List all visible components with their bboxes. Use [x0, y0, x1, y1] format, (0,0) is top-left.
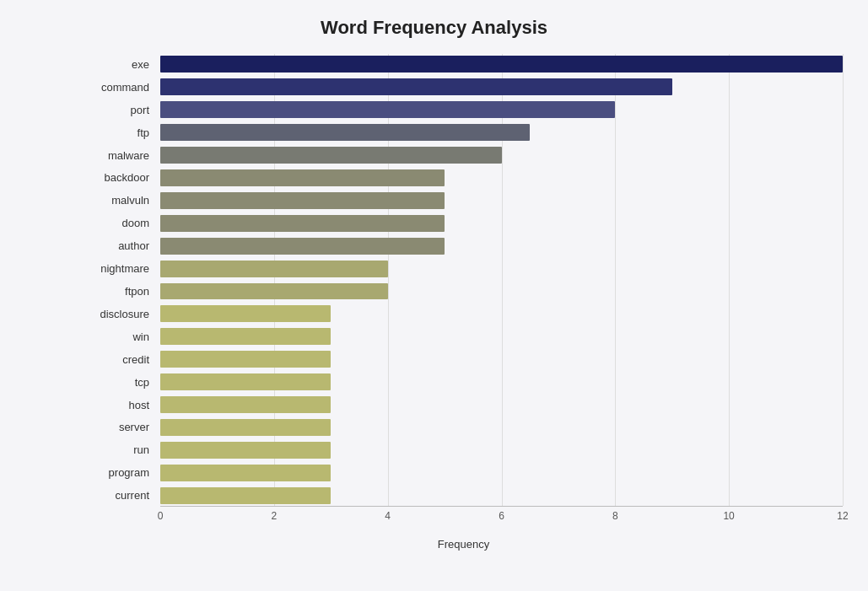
bar-row	[160, 168, 843, 189]
bar-label: doom	[84, 212, 156, 234]
bar-row	[160, 485, 843, 506]
bar-label: malware	[84, 145, 156, 166]
bar	[160, 169, 445, 186]
bar-row	[160, 349, 843, 370]
bar-row	[160, 99, 843, 121]
bar-row	[160, 122, 843, 143]
bar	[160, 396, 331, 413]
bar-label: server	[84, 417, 156, 438]
bar	[160, 56, 843, 73]
bar-row	[160, 145, 843, 166]
x-tick: 0	[158, 510, 164, 522]
chart-title: Word Frequency Analysis	[25, 17, 843, 39]
bar-label: win	[84, 326, 156, 347]
grid-line	[843, 54, 844, 506]
x-tick: 4	[385, 510, 391, 522]
bar	[160, 124, 530, 141]
bar-label: port	[84, 99, 156, 121]
bar	[160, 261, 388, 277]
chart-container: Word Frequency Analysis 024681012 execom…	[0, 0, 868, 591]
bar	[160, 238, 445, 255]
bar-row	[160, 235, 843, 256]
bar-label: credit	[84, 349, 156, 370]
bar	[160, 442, 331, 459]
bar	[160, 101, 615, 118]
bar-label: malvuln	[84, 190, 156, 211]
bar-row	[160, 258, 843, 279]
bar-row	[160, 54, 843, 75]
x-axis-label: Frequency	[84, 538, 843, 551]
bar	[160, 305, 331, 322]
bar	[160, 192, 445, 209]
bar-row	[160, 462, 843, 483]
bar-row	[160, 281, 843, 302]
x-tick: 10	[723, 510, 734, 522]
bar	[160, 465, 331, 481]
bar-label: ftp	[84, 122, 156, 143]
bar	[160, 487, 331, 504]
x-tick: 8	[612, 510, 618, 522]
bar-label: exe	[84, 54, 156, 75]
bar-label: disclosure	[84, 304, 156, 325]
bar-label: program	[84, 462, 156, 483]
bar	[160, 215, 445, 232]
bar	[160, 78, 672, 95]
x-tick: 2	[272, 510, 278, 522]
bar-row	[160, 212, 843, 234]
bar-label: author	[84, 235, 156, 256]
bar-label: command	[84, 77, 156, 98]
x-tick: 12	[837, 510, 848, 522]
x-tick: 6	[499, 510, 504, 522]
bar-label: ftpon	[84, 281, 156, 302]
bar-label: current	[84, 485, 156, 506]
bar-label: backdoor	[84, 168, 156, 189]
bar-label: host	[84, 395, 156, 416]
bar	[160, 351, 331, 368]
bar-row	[160, 304, 843, 325]
bar	[160, 419, 331, 436]
bar	[160, 283, 388, 300]
bar-row	[160, 77, 843, 98]
bar	[160, 328, 331, 345]
bar	[160, 373, 331, 390]
bar-label: run	[84, 439, 156, 460]
bar-label: nightmare	[84, 258, 156, 279]
bar-row	[160, 326, 843, 347]
bar	[160, 147, 502, 164]
bar-label: tcp	[84, 372, 156, 393]
bar-row	[160, 190, 843, 211]
bar-row	[160, 439, 843, 460]
bar-row	[160, 417, 843, 438]
bar-row	[160, 372, 843, 393]
bar-row	[160, 395, 843, 416]
